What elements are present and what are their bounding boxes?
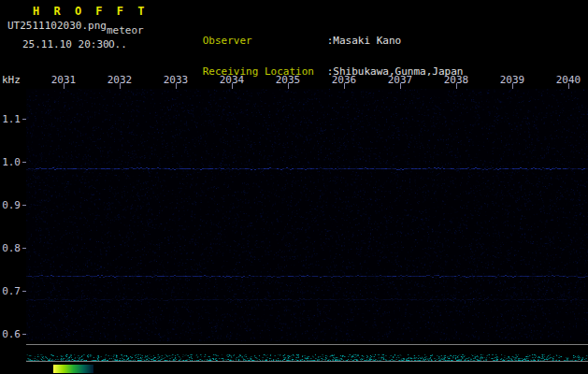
app-title: H R O F F T	[33, 5, 148, 18]
y-tick-label: 1.1	[0, 113, 21, 125]
info-row-location: Receiving Location:Shibukawa,Gunma,Japan	[165, 56, 544, 66]
y-axis-unit-label: kHz	[2, 74, 21, 86]
hrofft-screen: H R O F F T UT2511102030.png meteor 25.1…	[0, 0, 588, 374]
y-tick-label: 1.0	[0, 156, 21, 168]
info-row-observer: Observer:Masaki Kano	[165, 25, 544, 36]
y-tick-label: 0.6	[0, 328, 21, 340]
signal-level-noise	[26, 345, 588, 361]
y-tick-label: 0.8	[0, 242, 21, 254]
y-tick-label: 0.9	[0, 199, 21, 211]
info-value: :Masaki Kano	[327, 35, 401, 47]
observation-tag: meteor	[107, 24, 144, 36]
output-filename: UT2511102030.png	[7, 20, 107, 32]
y-tick-label: 0.7	[0, 285, 21, 297]
spectrogram-plot	[26, 89, 588, 341]
status-counter: O..	[108, 38, 127, 50]
observation-datetime: 25.11.10 20:30	[22, 38, 109, 50]
signal-level-strip	[26, 344, 588, 362]
info-label: Observer	[203, 36, 327, 46]
intensity-legend	[53, 365, 93, 373]
